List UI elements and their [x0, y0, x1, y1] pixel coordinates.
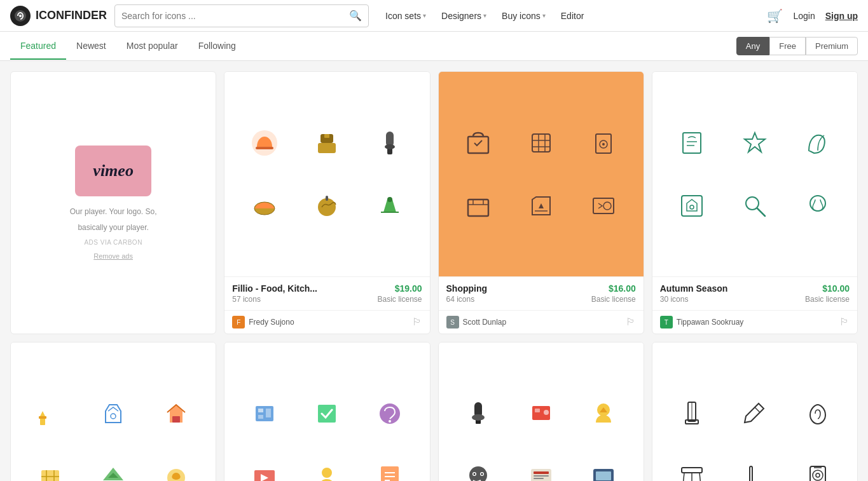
tab-newest[interactable]: Newest: [66, 33, 116, 60]
filter-premium[interactable]: Premium: [806, 37, 858, 55]
tab-most-popular[interactable]: Most popular: [116, 33, 188, 60]
svg-rect-76: [534, 478, 544, 479]
signup-link[interactable]: Sign up: [825, 11, 858, 21]
card-meta-row: 64 icons Basic license: [446, 295, 636, 304]
svg-point-68: [469, 466, 487, 481]
icon-cell: [726, 447, 785, 481]
icon-grid: [444, 379, 638, 481]
main-nav: Icon sets ▾ Designers ▾ Buy icons ▾ Edit…: [379, 6, 590, 26]
icon-cell: [235, 384, 294, 444]
remove-ads-link[interactable]: Remove ads: [93, 252, 133, 260]
logo-icon: [10, 6, 31, 26]
card-count: 30 icons: [660, 295, 689, 304]
logo[interactable]: ICONFINDER: [10, 6, 107, 26]
card-price: $19.00: [395, 283, 422, 294]
card-price: $10.00: [822, 283, 850, 294]
nav-icon-sets[interactable]: Icon sets ▾: [379, 6, 432, 26]
card-title: Shopping: [446, 283, 488, 294]
card-autumn-season-1[interactable]: Autumn Season $10.00 30 icons Basic lice…: [652, 71, 858, 334]
icon-grid: [16, 379, 210, 481]
svg-rect-84: [682, 468, 702, 473]
filter-free[interactable]: Free: [769, 37, 806, 55]
svg-rect-52: [318, 405, 336, 423]
icon-cell: [235, 113, 294, 172]
icon-cell: [298, 176, 357, 235]
icon-cell: [663, 447, 722, 481]
card-image: [224, 342, 429, 481]
card-author: S Scott Dunlap 🏳: [439, 310, 644, 334]
icon-cell: [449, 447, 508, 481]
ad-text-line2: basically your player.: [78, 222, 148, 233]
svg-rect-6: [324, 134, 329, 138]
tab-following[interactable]: Following: [188, 33, 246, 60]
card-price: $16.00: [609, 283, 636, 294]
svg-point-14: [387, 197, 392, 202]
header-right: 🛒 Login Sign up: [767, 8, 858, 24]
icon-cell: [511, 384, 570, 444]
author-info: F Fredy Sujono: [232, 316, 294, 329]
card-meta-row: 57 icons Basic license: [232, 295, 422, 304]
search-input[interactable]: [121, 11, 349, 21]
svg-rect-49: [258, 409, 263, 412]
icon-grid: [230, 108, 424, 240]
icon-cell: [663, 113, 722, 172]
card-autumn-season-2[interactable]: Autumn Season $10.00 30 icons Basic lice…: [10, 342, 216, 481]
search-bar[interactable]: 🔍: [114, 4, 369, 27]
icon-cell: [663, 384, 722, 444]
card-fame[interactable]: Fame $15.00 30 icons Basic license S Ser…: [438, 342, 644, 481]
chevron-down-icon: ▾: [483, 12, 486, 19]
bookmark-icon[interactable]: 🏳: [626, 316, 636, 328]
svg-rect-75: [534, 475, 549, 477]
icon-cell: [726, 113, 785, 172]
tab-featured[interactable]: Featured: [10, 33, 66, 60]
nav-designers[interactable]: Designers ▾: [435, 6, 493, 26]
card-shopping[interactable]: Shopping $16.00 64 icons Basic license S…: [438, 71, 644, 334]
bookmark-icon[interactable]: 🏳: [839, 316, 850, 328]
icon-cell: [21, 447, 80, 481]
search-button[interactable]: 🔍: [349, 10, 362, 22]
nav-icon-sets-label: Icon sets: [385, 11, 421, 21]
nav-editor[interactable]: Editor: [555, 6, 591, 26]
icon-cell: [235, 176, 294, 235]
card-title-row: Autumn Season $10.00: [660, 283, 850, 294]
svg-rect-31: [683, 133, 701, 153]
card-fillio-food[interactable]: Fillio - Food, Kitch... $19.00 57 icons …: [224, 71, 430, 334]
card-count: 57 icons: [232, 295, 261, 304]
ad-source: ADS VIA CARBON: [84, 238, 142, 247]
nav-buy-icons[interactable]: Buy icons ▾: [495, 6, 552, 26]
icon-cell: [663, 176, 722, 235]
svg-point-35: [690, 205, 694, 209]
svg-point-1: [19, 15, 22, 17]
login-link[interactable]: Login: [793, 11, 815, 21]
card-cleaning[interactable]: Cleaning $11.00 22 icons Basic license N…: [652, 342, 858, 481]
nav-buy-icons-label: Buy icons: [502, 11, 541, 21]
card-university-courses[interactable]: University Courses $10.00 30 icons Basic…: [224, 342, 430, 481]
svg-rect-74: [534, 471, 549, 474]
filter-any[interactable]: Any: [736, 37, 769, 55]
icon-cell: [788, 447, 847, 481]
svg-point-36: [746, 197, 759, 210]
icon-cell: [147, 384, 206, 444]
svg-rect-16: [532, 134, 550, 152]
svg-point-92: [816, 473, 820, 477]
svg-rect-50: [266, 409, 271, 417]
icon-cell: [574, 176, 633, 235]
cart-icon[interactable]: 🛒: [767, 8, 783, 24]
card-license: Basic license: [377, 295, 422, 304]
card-image: [652, 342, 857, 481]
tab-bar: Featured Newest Most popular Following: [10, 33, 246, 60]
icon-cell: [511, 113, 570, 172]
card-image: [224, 72, 429, 276]
filter-group: Any Free Premium: [736, 37, 858, 55]
icon-cell: [235, 447, 294, 481]
bookmark-icon[interactable]: 🏳: [412, 316, 422, 328]
sub-nav: Featured Newest Most popular Following A…: [0, 32, 868, 61]
chevron-down-icon: ▾: [423, 12, 426, 19]
author-name: Fredy Sujono: [249, 318, 294, 327]
svg-rect-13: [326, 196, 328, 201]
svg-point-12: [318, 198, 336, 216]
card-author: F Fredy Sujono 🏳: [224, 310, 429, 334]
icon-cell: [511, 447, 570, 481]
icon-cell: [361, 384, 420, 444]
svg-rect-34: [682, 196, 702, 216]
